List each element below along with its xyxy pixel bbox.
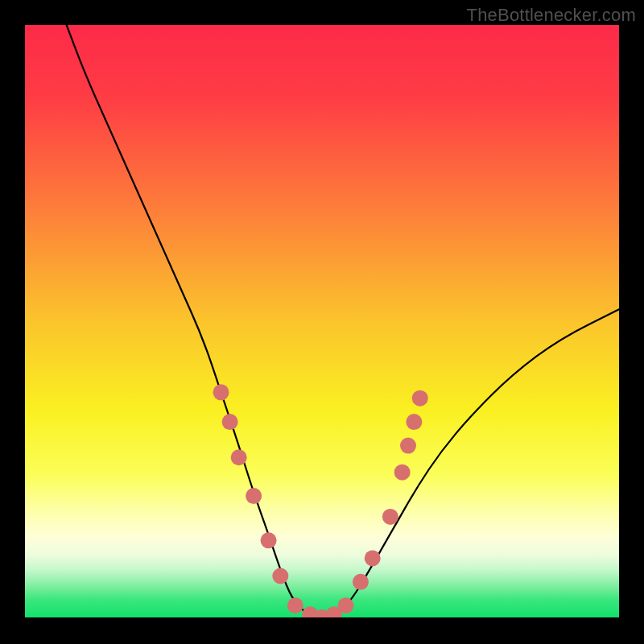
curve-marker — [400, 438, 416, 454]
curve-marker — [261, 532, 277, 548]
bottleneck-chart — [25, 25, 619, 617]
watermark-text: TheBottlenecker.com — [467, 5, 636, 26]
curve-marker — [338, 597, 354, 613]
curve-marker — [287, 597, 303, 613]
curve-marker — [394, 464, 411, 481]
gradient-background — [25, 25, 619, 617]
curve-marker — [412, 390, 428, 407]
curve-marker — [272, 568, 288, 584]
curve-marker — [382, 509, 398, 525]
curve-marker — [222, 414, 238, 430]
curve-marker — [231, 449, 247, 465]
curve-marker — [353, 574, 369, 590]
chart-frame: TheBottlenecker.com — [0, 0, 644, 644]
curve-marker — [406, 414, 422, 430]
curve-marker — [246, 488, 262, 504]
curve-marker — [365, 550, 381, 566]
curve-marker — [213, 384, 229, 400]
plot-area — [25, 25, 619, 617]
